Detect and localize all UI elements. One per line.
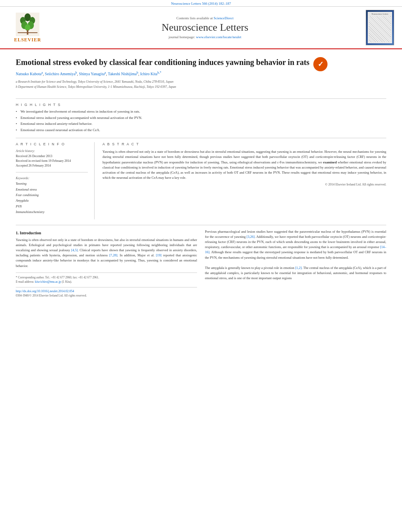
authors: Natsuko Kubotaa, Seiichiro Amemiyab, Shi… bbox=[16, 70, 309, 77]
highlight-item-1: We investigated the involvement of emoti… bbox=[16, 109, 386, 114]
author-kubota[interactable]: Natsuko Kubota bbox=[16, 72, 41, 76]
elsevier-wordmark: ELSEVIER bbox=[14, 37, 41, 43]
introduction-text: Yawning is often observed not only in a … bbox=[16, 237, 197, 269]
journal-citation[interactable]: Neuroscience Letters 566 (2014) 182–187 bbox=[171, 2, 231, 6]
highlight-item-2: Emotional stress induced yawning accompa… bbox=[16, 115, 386, 120]
doi-link[interactable]: http://dx.doi.org/10.1016/j.neulet.2014.… bbox=[16, 289, 74, 293]
author-kita[interactable]: Ichiro Kita bbox=[140, 72, 158, 76]
doi-section: http://dx.doi.org/10.1016/j.neulet.2014.… bbox=[16, 287, 197, 297]
affiliation-b: b Department of Human Health Science, To… bbox=[16, 85, 309, 90]
ref-1-2[interactable]: [1,2] bbox=[295, 266, 302, 270]
email-footnote: E-mail address: kita-ichiro@tmu.ac.jp (I… bbox=[16, 280, 197, 284]
accepted-date: Accepted 26 February 2014 bbox=[16, 163, 88, 168]
journal-thumb: Neuroscience Letters bbox=[363, 10, 394, 45]
divider-in-info bbox=[16, 172, 88, 172]
homepage-url[interactable]: www.elsevier.com/locate/neulet bbox=[196, 35, 241, 39]
elsevier-logo: ELSEVIER bbox=[8, 13, 47, 43]
header-center: Contents lists available at ScienceDirec… bbox=[47, 16, 363, 39]
journal-cover-image: Neuroscience Letters bbox=[366, 10, 394, 45]
contents-line: Contents lists available at ScienceDirec… bbox=[47, 16, 363, 20]
keyword-2: Emotional stress bbox=[16, 187, 88, 193]
keyword-1: Yawning bbox=[16, 181, 88, 187]
divider-after-affiliations bbox=[16, 98, 386, 99]
header-section: ELSEVIER Contents lists available at Sci… bbox=[0, 7, 402, 49]
divider-after-highlights bbox=[16, 138, 386, 138]
ref-7-28[interactable]: [7,28] bbox=[109, 253, 117, 257]
highlights-label: H I G H L I G H T S bbox=[16, 103, 386, 107]
highlight-item-4: Emotional stress caused neuronal activat… bbox=[16, 128, 386, 133]
article-history: Article history: Received 26 December 20… bbox=[16, 149, 88, 168]
highlights-section: H I G H L I G H T S We investigated the … bbox=[16, 103, 386, 132]
divider-before-body bbox=[16, 225, 386, 225]
sciencedirect-link[interactable]: ScienceDirect bbox=[214, 16, 233, 20]
article-info-label: A R T I C L E I N F O bbox=[16, 142, 88, 146]
journal-bar: Neuroscience Letters 566 (2014) 182–187 bbox=[0, 0, 402, 7]
body-right-column: Previous pharmacological and lesion stud… bbox=[205, 229, 386, 298]
article-title-section: Emotional stress evoked by classical fea… bbox=[16, 57, 386, 95]
issn-line: 0304-3940/© 2014 Elsevier Ireland Ltd. A… bbox=[16, 294, 197, 297]
keyword-4: Amygdala bbox=[16, 198, 88, 204]
copyright-line: © 2014 Elsevier Ireland Ltd. All rights … bbox=[102, 183, 386, 186]
author-nishijima[interactable]: Takeshi Nishijima bbox=[108, 72, 137, 76]
journal-title-header: Neuroscience Letters bbox=[47, 22, 363, 33]
abstract-label: A B S T R A C T bbox=[102, 142, 386, 146]
ref-4-5[interactable]: [4,5] bbox=[71, 248, 78, 252]
affiliations: a Research Institute for Science and Tec… bbox=[16, 80, 309, 90]
footnote-section: * Corresponding author. Tel.: +81 42 677… bbox=[16, 272, 197, 284]
body-left-column: 1. Introduction Yawning is often observe… bbox=[16, 229, 197, 298]
main-content: Emotional stress evoked by classical fea… bbox=[0, 49, 402, 305]
ref-19[interactable]: [19] bbox=[156, 253, 162, 257]
corresponding-author-note: * Corresponding author. Tel.: +81 42 677… bbox=[16, 275, 197, 280]
keyword-5: PVN bbox=[16, 204, 88, 209]
abstract-column: A B S T R A C T Yawning is often observe… bbox=[102, 142, 386, 219]
homepage-line: journal homepage: www.elsevier.com/locat… bbox=[47, 35, 363, 39]
received-revised-date: Received in revised form 19 February 201… bbox=[16, 159, 88, 163]
history-label: Article history: bbox=[16, 149, 88, 153]
received-date: Received 26 December 2013 bbox=[16, 154, 88, 159]
keywords-label: Keywords: bbox=[16, 176, 88, 180]
article-title: Emotional stress evoked by classical fea… bbox=[16, 57, 309, 67]
keyword-6: Immunohistochemistry bbox=[16, 209, 88, 215]
crossmark-icon: ✓ bbox=[313, 57, 328, 71]
introduction-heading: 1. Introduction bbox=[16, 231, 197, 235]
highlight-item-3: Emotional stress induced anxiety-related… bbox=[16, 121, 386, 126]
elsevier-tree-icon bbox=[16, 13, 39, 36]
body-columns: 1. Introduction Yawning is often observe… bbox=[16, 229, 386, 298]
article-info-column: A R T I C L E I N F O Article history: R… bbox=[16, 142, 95, 219]
author-amemiya[interactable]: Seiichiro Amemiya bbox=[45, 72, 76, 76]
affiliation-a: a Research Institute for Science and Tec… bbox=[16, 80, 309, 85]
article-info-abstract: A R T I C L E I N F O Article history: R… bbox=[16, 142, 386, 219]
cover-image-area bbox=[369, 16, 391, 42]
email-link[interactable]: kita-ichiro@tmu.ac.jp bbox=[35, 280, 61, 284]
ref-3-26[interactable]: [3,26] bbox=[247, 235, 255, 239]
keyword-list: Yawning Emotional stress Fear conditioni… bbox=[16, 181, 88, 215]
ref-14-16[interactable]: [14–16] bbox=[205, 245, 386, 254]
highlight-list: We investigated the involvement of emoti… bbox=[16, 109, 386, 132]
svg-rect-8 bbox=[18, 32, 37, 33]
page-wrapper: Neuroscience Letters 566 (2014) 182–187 … bbox=[0, 0, 402, 532]
abstract-text: Yawning is often observed not only in a … bbox=[102, 149, 386, 180]
keywords-section: Keywords: Yawning Emotional stress Fear … bbox=[16, 176, 88, 215]
svg-point-6 bbox=[25, 24, 30, 31]
keyword-3: Fear conditioning bbox=[16, 193, 88, 198]
author-yanagita[interactable]: Shinya Yanagita bbox=[79, 72, 104, 76]
crossmark-badge: ✓ bbox=[313, 57, 328, 71]
introduction-right-text: Previous pharmacological and lesion stud… bbox=[205, 229, 386, 281]
